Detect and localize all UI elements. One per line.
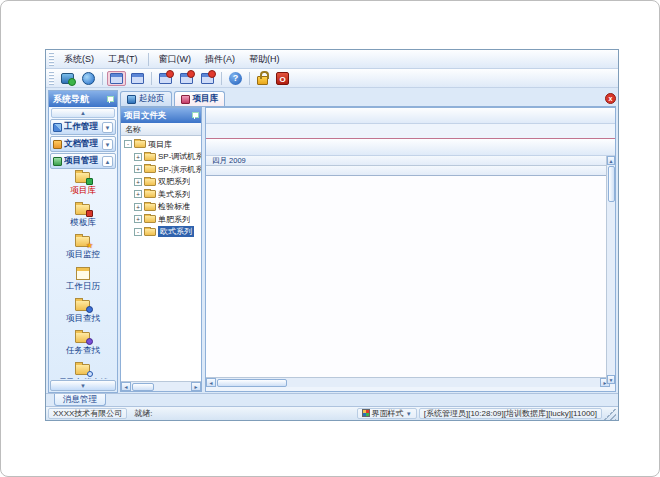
scroll-up-button[interactable]: ▲ (607, 156, 615, 165)
window-plain-button[interactable] (128, 71, 147, 86)
doc-tab-label: 起始页 (139, 93, 165, 105)
folder-icon (144, 165, 156, 173)
scroll-left-button[interactable]: ◄ (206, 378, 216, 387)
sidebar-section-1[interactable]: 工作管理▼ (50, 119, 116, 135)
world-button[interactable] (79, 70, 98, 87)
tree-node-label: 单肥系列 (158, 214, 190, 225)
menubar-grip[interactable] (49, 52, 54, 66)
folder-icon (144, 153, 156, 161)
window-badge-1-icon (159, 73, 172, 84)
sidebar-item-模板库[interactable]: 模板库 (50, 201, 116, 232)
expand-toggle[interactable]: - (134, 228, 142, 236)
gantt-panel: 四月 2009 ◄ ► ▲ ▼ (205, 107, 616, 392)
menu-item-2[interactable]: 工具(T) (101, 51, 145, 68)
sidebar-item-项目监控[interactable]: ★项目监控 (50, 233, 116, 264)
tree-node-label: 项目库 (148, 139, 172, 150)
lock-button[interactable] (254, 70, 271, 87)
chevron-icon[interactable]: ▼ (102, 122, 113, 133)
sidebar-header: 系统导航 (49, 91, 117, 107)
toolbar-separator (102, 72, 103, 85)
tree-hscrollbar[interactable]: ◄ ► (121, 381, 201, 391)
expand-toggle[interactable]: + (134, 153, 142, 161)
bdg-users-icon (73, 329, 93, 345)
world-icon (82, 72, 95, 85)
detail-tabs (206, 124, 615, 139)
window-badge-2-button[interactable] (177, 71, 196, 86)
sidebar-item-任务查找[interactable]: 任务查找 (50, 329, 116, 360)
tree-node-SP-调试机系[interactable]: +SP-调试机系 (121, 151, 201, 164)
tree-node-label: 欧式系列 (158, 226, 194, 237)
sidebar-section-2[interactable]: 文档管理▼ (50, 136, 116, 152)
remote-desktop-button[interactable] (58, 71, 77, 86)
expand-toggle[interactable]: - (124, 140, 132, 148)
expand-toggle[interactable]: + (134, 190, 142, 198)
tree-node-欧式系列[interactable]: -欧式系列 (121, 226, 201, 239)
expand-toggle[interactable]: + (134, 165, 142, 173)
lock-icon (257, 76, 268, 85)
window-badge-3-button[interactable] (198, 71, 217, 86)
folder-icon (144, 178, 156, 186)
scroll-down-button[interactable]: ▼ (607, 375, 615, 384)
help-button[interactable] (226, 70, 245, 87)
dti-proj-icon (181, 95, 190, 104)
resize-grip[interactable] (604, 408, 616, 420)
pin-icon[interactable] (106, 96, 113, 103)
scroll-left-button[interactable]: ◄ (121, 382, 131, 391)
sidebar-section-3[interactable]: 项目管理▲ (50, 153, 116, 169)
menu-item-1[interactable]: 系统(S) (57, 51, 101, 68)
sidebar-more-section[interactable]: ▼ (50, 380, 116, 391)
menu-item-3[interactable]: 窗口(W) (152, 51, 199, 68)
tree-node-SP-演示机系[interactable]: +SP-演示机系 (121, 163, 201, 176)
gantt-chart (206, 176, 610, 384)
toolbar-grip[interactable] (49, 71, 54, 85)
scroll-right-button[interactable]: ► (191, 382, 201, 391)
sec-lock-icon (53, 140, 62, 149)
menu-item-4[interactable]: 插件(A) (198, 51, 242, 68)
sidebar-item-label: 项目文档查找 (50, 377, 116, 379)
gantt-toolbar (206, 139, 615, 156)
sidebar-item-项目查找[interactable]: 项目查找 (50, 297, 116, 328)
style-button[interactable]: 界面样式 ▼ (357, 408, 417, 419)
sidebar-title: 系统导航 (53, 91, 89, 107)
scroll-thumb[interactable] (608, 166, 615, 202)
sidebar-collapse-button[interactable]: ▲ (51, 108, 115, 118)
doc-tab-起始页[interactable]: 起始页 (120, 91, 172, 106)
menu-item-5[interactable]: 帮助(H) (242, 51, 287, 68)
gantt-hscrollbar[interactable]: ◄ ► (206, 377, 610, 387)
tree-node-label: SP-调试机系 (158, 151, 201, 162)
toolbar-separator (221, 72, 222, 85)
window-badge-3-icon (201, 73, 214, 84)
expand-toggle[interactable]: + (134, 203, 142, 211)
pin-icon[interactable] (191, 112, 198, 119)
main-toolbar (46, 69, 618, 88)
tree-node-项目库[interactable]: -项目库 (121, 138, 201, 151)
window-badge-1-button[interactable] (156, 71, 175, 86)
sidebar-item-项目库[interactable]: 项目库 (50, 169, 116, 200)
tree-node-美式系列[interactable]: +美式系列 (121, 188, 201, 201)
scroll-thumb[interactable] (132, 383, 154, 391)
gantt-vscrollbar[interactable]: ▲ ▼ (606, 156, 615, 384)
expand-toggle[interactable]: + (134, 178, 142, 186)
scroll-thumb[interactable] (217, 379, 287, 387)
bottom-dock: 消息管理 (46, 393, 618, 406)
filter-toolbar (206, 108, 615, 124)
bdg-green-icon (73, 169, 93, 185)
sidebar-section-label: 文档管理 (64, 138, 102, 150)
sidebar-item-工作日历[interactable]: 工作日历 (50, 265, 116, 296)
expand-toggle[interactable]: + (134, 215, 142, 223)
sidebar-item-label: 任务查找 (50, 345, 116, 357)
tree-column-header[interactable]: 名称 (121, 123, 201, 136)
toolbar-separator (151, 72, 152, 85)
sidebar-item-项目文档查找[interactable]: 项目文档查找 (50, 361, 116, 379)
doc-tab-项目库[interactable]: 项目库 (174, 91, 226, 106)
logout-button[interactable] (273, 70, 292, 87)
chevron-icon[interactable]: ▼ (102, 139, 113, 150)
close-tab-button[interactable]: x (605, 93, 616, 104)
messages-tab[interactable]: 消息管理 (54, 394, 106, 406)
tree-node-检验标准[interactable]: +检验标准 (121, 201, 201, 214)
sidebar-item-label: 项目查找 (50, 313, 116, 325)
tree-node-单肥系列[interactable]: +单肥系列 (121, 213, 201, 226)
window-folder-button[interactable] (107, 71, 126, 86)
tree-node-双肥系列[interactable]: +双肥系列 (121, 176, 201, 189)
chevron-icon[interactable]: ▲ (102, 156, 113, 167)
